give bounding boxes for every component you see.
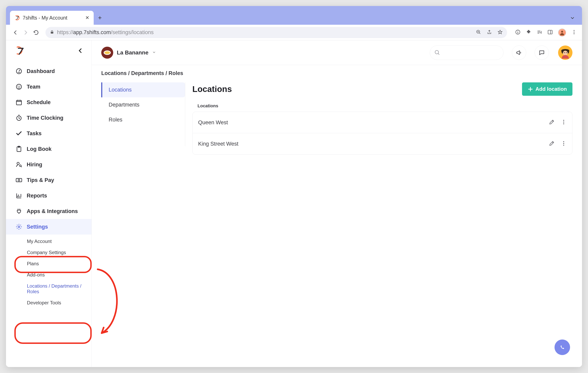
url-path: /settings/locations: [111, 29, 154, 35]
subnav-locations-dept-roles[interactable]: Locations / Departments / Roles: [27, 280, 92, 297]
user-avatar[interactable]: [558, 45, 572, 60]
subtab-locations[interactable]: Locations: [101, 82, 185, 97]
svg-point-24: [566, 52, 567, 53]
org-avatar: [101, 47, 113, 59]
close-tab-icon[interactable]: ✕: [84, 14, 90, 21]
chart-icon: [16, 192, 22, 199]
media-icon[interactable]: [536, 29, 542, 36]
sidebar-item-integrations[interactable]: Apps & Integrations: [6, 203, 92, 219]
address-bar[interactable]: https://app.7shifts.com/settings/locatio…: [45, 27, 507, 38]
subnav-my-account[interactable]: My Account: [27, 236, 92, 247]
url-prefix: https://: [57, 29, 73, 35]
sidebar-item-reports[interactable]: Reports: [6, 188, 92, 203]
clipboard-icon: [16, 146, 22, 152]
svg-point-21: [435, 50, 439, 54]
location-name: King Street West: [198, 141, 238, 147]
browser-tab[interactable]: 7shifts - My Account ✕: [10, 11, 94, 25]
sidebar-label: Dashboard: [27, 68, 55, 74]
sidebar-item-schedule[interactable]: Schedule: [6, 95, 92, 110]
sidebar-item-timeclock[interactable]: Time Clocking: [6, 110, 92, 126]
logo-7shifts[interactable]: [16, 46, 25, 55]
sidebar-label: Team: [27, 84, 41, 90]
org-selector[interactable]: La Bananne: [101, 47, 156, 59]
svg-point-10: [18, 86, 19, 87]
share-icon[interactable]: [487, 30, 492, 35]
sidebar-item-tipspay[interactable]: Tips & Pay: [6, 172, 92, 188]
kebab-menu-icon[interactable]: [561, 140, 567, 147]
sidebar-item-team[interactable]: Team: [6, 79, 92, 95]
topbar: La Bananne: [92, 40, 582, 65]
favicon-7shifts: [14, 15, 20, 21]
extensions-icon[interactable]: [526, 29, 531, 36]
star-icon[interactable]: [497, 30, 503, 35]
calendar-icon: [16, 99, 22, 106]
svg-point-27: [563, 123, 564, 124]
subtab-departments[interactable]: Departments: [101, 97, 185, 112]
svg-point-11: [19, 86, 20, 87]
table-column-header: Locations: [192, 103, 572, 112]
location-row[interactable]: Queen West: [193, 112, 572, 133]
panel-icon[interactable]: [547, 29, 553, 36]
url-host: app.7shifts.com: [73, 29, 111, 35]
org-name: La Bananne: [117, 49, 148, 56]
svg-point-5: [574, 30, 575, 31]
sidebar-item-hiring[interactable]: Hiring: [6, 157, 92, 172]
svg-point-25: [563, 120, 564, 121]
svg-rect-18: [16, 178, 22, 182]
tab-title: 7shifts - My Account: [23, 15, 82, 21]
announcements-icon[interactable]: [512, 45, 526, 60]
sub-tabs: Locations Departments Roles: [101, 80, 185, 154]
settings-subnav: My Account Company Settings Plans Add-on…: [6, 235, 92, 309]
dashboard-icon: [16, 68, 22, 75]
profile-avatar[interactable]: [558, 29, 566, 36]
location-list: Queen West King Street West: [192, 112, 572, 154]
url-text: https://app.7shifts.com/settings/locatio…: [57, 29, 473, 35]
person-search-icon: [16, 161, 22, 168]
divider: [185, 82, 185, 146]
sidebar-item-dashboard[interactable]: Dashboard: [6, 64, 92, 79]
zoom-icon[interactable]: [476, 30, 481, 35]
sidebar-label: Schedule: [27, 99, 51, 106]
chevron-down-icon[interactable]: [570, 15, 575, 22]
subtab-roles[interactable]: Roles: [101, 112, 185, 127]
subnav-plans[interactable]: Plans: [27, 258, 92, 269]
sidebar-label: Settings: [27, 224, 48, 230]
messages-icon[interactable]: [535, 45, 549, 60]
edit-icon[interactable]: [549, 140, 555, 147]
search-input[interactable]: [430, 45, 504, 60]
forward-button[interactable]: [21, 28, 30, 37]
sidebar-item-logbook[interactable]: Log Book: [6, 141, 92, 157]
reload-button[interactable]: [32, 28, 40, 37]
sidebar-label: Apps & Integrations: [27, 208, 78, 214]
subnav-developer-tools[interactable]: Developer Tools: [27, 297, 92, 308]
svg-point-16: [17, 162, 19, 165]
sidebar-item-tasks[interactable]: Tasks: [6, 126, 92, 141]
sidebar-label: Reports: [27, 193, 47, 199]
kebab-menu-icon[interactable]: [571, 29, 577, 36]
svg-point-7: [574, 33, 575, 34]
svg-point-28: [563, 141, 564, 142]
sidebar-item-settings[interactable]: Settings: [6, 219, 92, 235]
svg-point-22: [563, 51, 568, 55]
back-button[interactable]: [11, 28, 20, 37]
new-tab-button[interactable]: +: [95, 13, 105, 23]
sidebar-label: Tips & Pay: [27, 177, 54, 183]
svg-point-29: [563, 143, 564, 144]
sidebar-label: Log Book: [27, 146, 52, 152]
subnav-add-ons[interactable]: Add-ons: [27, 269, 92, 280]
breadcrumb: Locations / Departments / Roles: [101, 70, 572, 80]
svg-point-26: [563, 122, 564, 123]
subnav-company-settings[interactable]: Company Settings: [27, 247, 92, 258]
svg-rect-3: [548, 30, 552, 34]
add-location-button[interactable]: Add location: [522, 82, 572, 96]
svg-point-23: [564, 52, 565, 53]
kebab-menu-icon[interactable]: [561, 119, 567, 126]
edit-icon[interactable]: [549, 119, 555, 126]
sidebar-label: Hiring: [27, 162, 42, 168]
location-row[interactable]: King Street West: [193, 133, 572, 154]
svg-point-6: [574, 32, 575, 33]
help-fab[interactable]: [555, 340, 570, 355]
info-icon[interactable]: [515, 29, 521, 36]
collapse-sidebar-icon[interactable]: [77, 47, 84, 54]
sidebar-label: Tasks: [27, 131, 42, 137]
